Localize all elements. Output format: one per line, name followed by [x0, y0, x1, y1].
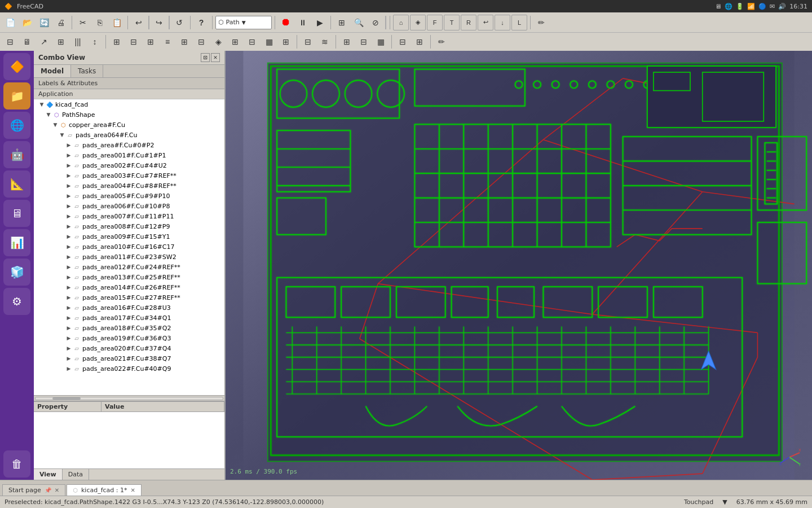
tree-item-015[interactable]: ▶ ▱ pads_area015#F.Cu#27#REF** [34, 292, 224, 303]
tb2-btn12[interactable]: ⊟ [193, 34, 209, 50]
sidebar-trash[interactable]: 🗑 [3, 450, 30, 478]
tb2-btn22[interactable]: ▦ [373, 34, 389, 50]
panel-float-button[interactable]: ⊡ [201, 53, 210, 62]
cut-button[interactable]: ✂ [75, 15, 91, 30]
viewport[interactable]: 2.6 ms / 390.0 fps X Y Z [226, 51, 812, 480]
tree-item-p2[interactable]: ▶ ▱ pads_area#F.Cu#0#P2 [34, 140, 224, 150]
sidebar-settings[interactable]: ⚙ [3, 288, 30, 315]
tree-item-005[interactable]: ▶ ▱ pads_area005#F.Cu#9#P10 [34, 191, 224, 201]
tb2-btn23[interactable]: ⊟ [395, 34, 411, 50]
tb2-btn19[interactable]: ≋ [317, 34, 333, 50]
copy-button[interactable]: ⎘ [92, 15, 108, 30]
sidebar-3d[interactable]: 🧊 [3, 259, 30, 286]
tree-item-011[interactable]: ▶ ▱ pads_area011#F.Cu#23#SW2 [34, 252, 224, 262]
tree-item-009[interactable]: ▶ ▱ pads_area009#F.Cu#15#Y1 [34, 231, 224, 242]
tree-item-002[interactable]: ▶ ▱ pads_area002#F.Cu#4#U2 [34, 160, 224, 170]
tb2-btn11[interactable]: ⊞ [176, 34, 192, 50]
tb2-btn4[interactable]: ⊞ [53, 34, 69, 50]
tree-item-001[interactable]: ▶ ▱ pads_area001#F.Cu#1#P1 [34, 150, 224, 160]
tree-item-008[interactable]: ▶ ▱ pads_area008#F.Cu#12#P9 [34, 221, 224, 231]
sidebar-design[interactable]: 📐 [3, 170, 30, 198]
undo-button[interactable]: ↩ [131, 15, 147, 30]
new-button[interactable]: 📄 [2, 15, 18, 30]
view-left-button[interactable]: L [511, 15, 527, 30]
open-button[interactable]: 📂 [19, 15, 35, 30]
tb2-btn7[interactable]: ⊞ [109, 34, 125, 50]
tab-data[interactable]: Data [63, 469, 89, 480]
tb2-btn15[interactable]: ⊟ [244, 34, 260, 50]
tab-kicad[interactable]: ⬡ kicad_fcad : 1* ✕ [67, 484, 142, 496]
tb2-btn6[interactable]: ↕ [87, 34, 103, 50]
view-isometric-button[interactable]: ◈ [410, 15, 426, 30]
view-home-button[interactable]: ⌂ [393, 15, 409, 30]
tree-item-kicad-fcad[interactable]: ▼ 🔷 kicad_fcad [34, 99, 224, 110]
path-dropdown[interactable]: ⬡ Path ▼ [215, 16, 272, 29]
tree-item-021[interactable]: ▶ ▱ pads_area021#F.Cu#38#Q7 [34, 353, 224, 364]
view-rear-button[interactable]: ↩ [478, 15, 493, 30]
tree-area[interactable]: ▼ 🔷 kicad_fcad ▼ ⬡ PathShape ▼ ⬡ copper_… [34, 99, 224, 395]
tb2-btn5[interactable]: ||| [70, 34, 86, 50]
tree-item-copper-area[interactable]: ▼ ⬡ copper_area#F.Cu [34, 120, 224, 130]
tree-item-pads064[interactable]: ▼ ▱ pads_area064#F.Cu [34, 130, 224, 140]
tab-view[interactable]: View [34, 469, 63, 480]
tb2-btn20[interactable]: ⊞ [339, 34, 355, 50]
tb2-btn18[interactable]: ⊟ [300, 34, 316, 50]
tree-item-003[interactable]: ▶ ▱ pads_area003#F.Cu#7#REF** [34, 170, 224, 181]
tree-item-006[interactable]: ▶ ▱ pads_area006#F.Cu#10#P8 [34, 201, 224, 211]
tb2-btn14[interactable]: ⊞ [227, 34, 243, 50]
tree-item-017[interactable]: ▶ ▱ pads_area017#F.Cu#34#Q1 [34, 313, 224, 323]
tb2-btn10[interactable]: ≡ [160, 34, 175, 50]
play-button[interactable]: ▶ [312, 15, 328, 30]
pen-button[interactable]: ✏ [533, 15, 549, 30]
tree-item-014[interactable]: ▶ ▱ pads_area014#F.Cu#26#REF** [34, 282, 224, 292]
tree-item-022[interactable]: ▶ ▱ pads_area022#F.Cu#40#Q9 [34, 364, 224, 374]
tab-start-page[interactable]: Start page 📌 ✕ [2, 484, 65, 496]
tree-item-013[interactable]: ▶ ▱ pads_area013#F.Cu#25#REF** [34, 272, 224, 282]
tb2-btn13[interactable]: ◈ [210, 34, 226, 50]
sidebar-terminal[interactable]: 🖥 [3, 200, 30, 227]
tree-item-007[interactable]: ▶ ▱ pads_area007#F.Cu#11#P11 [34, 211, 224, 221]
tb2-btn16[interactable]: ▦ [261, 34, 277, 50]
print-button[interactable]: 🖨 [53, 15, 69, 30]
tb2-btn17[interactable]: ⊞ [278, 34, 294, 50]
sidebar-monitor[interactable]: 📊 [3, 229, 30, 256]
view-bottom-button[interactable]: ↓ [495, 15, 510, 30]
pause-button[interactable]: ⏸ [295, 15, 311, 30]
tree-item-012[interactable]: ▶ ▱ pads_area012#F.Cu#24#REF** [34, 262, 224, 272]
stop-button[interactable]: ⏺ [278, 15, 294, 30]
tb2-btn8[interactable]: ⊟ [126, 34, 142, 50]
view-front-button[interactable]: F [427, 15, 443, 30]
hscroll-thumb[interactable] [52, 397, 81, 400]
revert-button[interactable]: 🔄 [36, 15, 52, 30]
panel-close-button[interactable]: ✕ [211, 53, 220, 62]
tab-tasks[interactable]: Tasks [71, 65, 103, 77]
view-right-button[interactable]: R [461, 15, 476, 30]
tree-item-018[interactable]: ▶ ▱ pads_area018#F.Cu#35#Q2 [34, 323, 224, 333]
sidebar-browser[interactable]: 🌐 [3, 112, 30, 139]
refresh-button[interactable]: ↺ [171, 15, 187, 30]
no-action-button[interactable]: ⊘ [368, 15, 383, 30]
tree-item-004[interactable]: ▶ ▱ pads_area004#F.Cu#8#REF** [34, 181, 224, 191]
tb2-btn9[interactable]: ⊞ [143, 34, 158, 50]
tb2-btn3[interactable]: ↗ [36, 34, 52, 50]
tb2-btn21[interactable]: ⊟ [356, 34, 372, 50]
paste-button[interactable]: 📋 [109, 15, 125, 30]
sidebar-files[interactable]: 📁 [3, 82, 30, 110]
tree-item-019[interactable]: ▶ ▱ pads_area019#F.Cu#36#Q3 [34, 333, 224, 343]
view-top-button[interactable]: T [444, 15, 460, 30]
zoom-fit-button[interactable]: ⊞ [334, 15, 350, 30]
sidebar-android[interactable]: 🤖 [3, 141, 30, 168]
tb2-btn1[interactable]: ⊟ [2, 34, 18, 50]
tab-kicad-close[interactable]: ✕ [131, 487, 135, 493]
tb2-btn25[interactable]: ✏ [434, 34, 449, 50]
tree-hscroll[interactable] [34, 395, 224, 401]
tb2-btn2[interactable]: 🖥 [19, 34, 35, 50]
tab-start-close[interactable]: ✕ [55, 487, 59, 493]
sidebar-ubuntu[interactable]: 🔶 [3, 53, 30, 80]
tree-item-010[interactable]: ▶ ▱ pads_area010#F.Cu#16#C17 [34, 242, 224, 252]
redo-button[interactable]: ↪ [151, 15, 167, 30]
tab-model[interactable]: Model [34, 65, 71, 77]
tree-item-pathshape[interactable]: ▼ ⬡ PathShape [34, 110, 224, 120]
tree-item-016[interactable]: ▶ ▱ pads_area016#F.Cu#28#U3 [34, 303, 224, 313]
zoom-button[interactable]: 🔍 [351, 15, 367, 30]
